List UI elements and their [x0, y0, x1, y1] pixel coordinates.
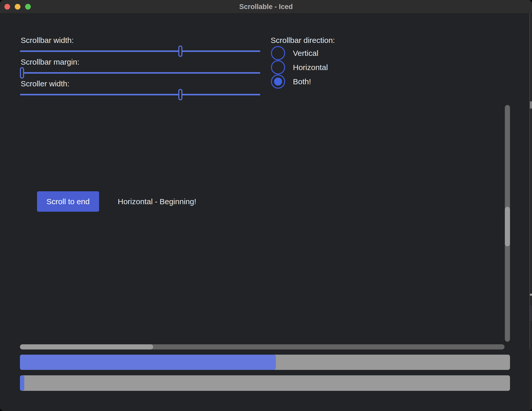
- radio-option-both[interactable]: Both!: [271, 74, 380, 89]
- vertical-progress-fill: [20, 375, 24, 391]
- app-window: Scrollable - Iced Scrollbar width: Scrol…: [0, 0, 532, 411]
- scrollbar-margin-label: Scrollbar margin:: [21, 57, 79, 67]
- scroll-status-text: Horizontal - Beginning!: [118, 191, 196, 212]
- vertical-scroller[interactable]: [505, 207, 510, 246]
- slider-track[interactable]: [20, 50, 260, 52]
- radio-label[interactable]: Both!: [293, 74, 311, 89]
- radio-option-vertical[interactable]: Vertical: [271, 46, 380, 60]
- radio-label[interactable]: Horizontal: [293, 60, 328, 74]
- scroll-to-end-button[interactable]: Scroll to end: [37, 191, 99, 212]
- vertical-scrollbar-rail[interactable]: [505, 105, 510, 342]
- edge-marker: [530, 294, 532, 296]
- scroller-width-label: Scroller width:: [21, 79, 69, 89]
- radio-option-horizontal[interactable]: Horizontal: [271, 60, 380, 74]
- slider-handle[interactable]: [178, 45, 182, 57]
- scroller-width-slider[interactable]: [20, 89, 260, 100]
- radio-circle-icon[interactable]: [271, 74, 285, 89]
- horizontal-progress-bar: [20, 355, 510, 370]
- slider-track[interactable]: [20, 94, 260, 95]
- scrollbar-width-slider[interactable]: [20, 45, 260, 57]
- scrollbar-width-label: Scrollbar width:: [21, 35, 74, 45]
- window-right-edge: [530, 13, 532, 411]
- radio-label[interactable]: Vertical: [293, 46, 318, 60]
- edge-marker: [530, 306, 532, 321]
- slider-handle[interactable]: [178, 89, 182, 100]
- window-title: Scrollable - Iced: [0, 0, 532, 13]
- edge-marker: [530, 101, 532, 109]
- vertical-progress-bar: [20, 375, 510, 391]
- horizontal-scrollbar-rail[interactable]: [20, 344, 505, 349]
- horizontal-progress-fill: [20, 355, 276, 370]
- radio-selected-dot: [274, 78, 282, 86]
- scrollbar-direction-label: Scrollbar direction:: [271, 35, 335, 45]
- slider-track[interactable]: [20, 72, 260, 74]
- titlebar: Scrollable - Iced: [0, 0, 532, 14]
- radio-circle-icon[interactable]: [271, 46, 285, 60]
- radio-circle-icon[interactable]: [271, 60, 285, 74]
- scrollbar-margin-slider[interactable]: [20, 67, 260, 79]
- horizontal-scroller[interactable]: [20, 344, 153, 349]
- window-right-border-line: [529, 13, 530, 349]
- scrollable-area[interactable]: [0, 78, 504, 349]
- slider-handle[interactable]: [20, 67, 24, 79]
